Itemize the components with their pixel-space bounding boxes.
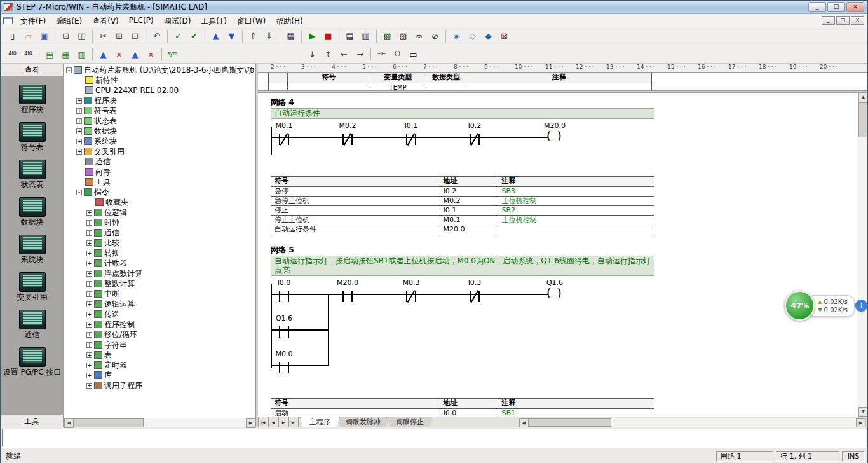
tree-expand-icon[interactable]: + [76, 98, 82, 104]
network-title[interactable]: 网络 4 [258, 97, 858, 108]
program-status-button[interactable]: ▤ [342, 29, 357, 43]
next-bookmark-button[interactable]: ◇ [465, 29, 480, 43]
minimize-button[interactable]: _ [808, 2, 826, 12]
tree-item-instructions[interactable]: -指令 [64, 187, 255, 197]
tree-expand-icon[interactable]: + [86, 251, 92, 256]
insert-box-button[interactable]: ▭ [406, 47, 421, 61]
insert-coil-button[interactable]: ( ) [390, 47, 405, 61]
view-item-data-block[interactable]: 数据块 [2, 197, 63, 226]
ladder-contact-M0.3[interactable]: M0.3 [403, 279, 419, 304]
upload-button[interactable]: ▲ [208, 29, 223, 43]
absolute-address-button[interactable]: 4I0 [5, 47, 20, 61]
clear-bookmark-button[interactable]: ⊠ [497, 29, 512, 43]
insert-contact-button[interactable]: ⊣⊢ [374, 47, 389, 61]
chart-status-button[interactable]: ▥ [358, 29, 373, 43]
glasses-button[interactable]: ∞ [412, 29, 426, 43]
symbol-table-row[interactable]: 停止I0.1SB2 [271, 206, 654, 216]
tree-item-string[interactable]: +字符串 [64, 340, 255, 350]
tree-expand-icon[interactable]: + [76, 149, 82, 155]
network-title[interactable]: 网络 5 [258, 244, 858, 256]
scroll-right-button[interactable]: ▶ [856, 418, 865, 428]
tree-item-system-block[interactable]: +系统块 [64, 136, 255, 146]
print-preview-button[interactable]: ◫ [74, 29, 89, 43]
poi-view-button[interactable]: ▥ [74, 47, 89, 61]
tree-expand-icon[interactable]: + [86, 342, 92, 348]
speed-monitor-overlay[interactable]: 47% ▲ 0.02K/s ▼ 0.02K/s + [785, 291, 867, 321]
scroll-right-button[interactable]: ▶ [246, 418, 255, 428]
bookmark-button[interactable]: ◈ [449, 29, 464, 43]
tree-expand-icon[interactable]: + [76, 128, 82, 134]
tree-expand-icon[interactable]: + [86, 220, 92, 226]
ladder-contact-I0.3[interactable]: I0.3 [466, 279, 483, 304]
tree-item-program-control[interactable]: +程序控制 [64, 319, 255, 329]
scrollbar-track[interactable] [858, 102, 867, 407]
scrollbar-thumb[interactable] [529, 418, 611, 427]
tree-expand-icon[interactable]: + [76, 139, 82, 144]
menu-item-window[interactable]: 窗口(W) [232, 14, 271, 27]
tree-item-communication[interactable]: 通信 [64, 156, 255, 167]
tree-item-logic-operations[interactable]: +逻辑运算 [64, 299, 255, 309]
tree-item-table[interactable]: +表 [64, 350, 255, 360]
tree-expand-icon[interactable]: + [86, 373, 92, 378]
mdi-minimize-button[interactable]: _ [822, 16, 835, 25]
last-tab-button[interactable]: ▶| [288, 417, 299, 427]
tree-item-favorites[interactable]: 收藏夹 [64, 197, 255, 207]
tree-expand-icon[interactable]: - [76, 190, 82, 195]
tree-expand-icon[interactable]: + [86, 322, 92, 328]
symbolic-address-button[interactable]: 4I0 [21, 47, 36, 61]
scrollbar-thumb[interactable] [858, 102, 867, 137]
symbol-table-row[interactable]: 启动I0.0SB1 [271, 409, 654, 417]
scrollbar-track[interactable] [74, 418, 246, 427]
scrollbar-thumb[interactable] [74, 418, 144, 427]
tree-item-clock[interactable]: +时钟 [64, 218, 255, 228]
ladder-contact-M0.2[interactable]: M0.2 [339, 121, 356, 147]
scroll-left-button[interactable]: ◀ [519, 418, 529, 428]
new-button[interactable]: ▯ [5, 29, 20, 43]
view-item-symbol-table[interactable]: 符号表 [2, 122, 63, 151]
tree-expand-icon[interactable]: + [86, 281, 92, 287]
mdi-restore-button[interactable]: □ [836, 16, 850, 25]
menu-item-view[interactable]: 查看(V) [87, 14, 124, 27]
delete-row-button[interactable]: × [112, 47, 126, 61]
tree-collapse-icon[interactable]: - [66, 67, 72, 73]
first-tab-button[interactable]: |◀ [258, 417, 268, 427]
tree-item-float-math[interactable]: +浮点数计算 [64, 268, 255, 279]
tree-item-compare[interactable]: +比较 [64, 238, 255, 248]
local-variable-table[interactable]: 符号变量类型数据类型注释TEMP [268, 73, 652, 90]
next-tab-button[interactable]: ▶ [278, 417, 288, 427]
tree-item-wizard[interactable]: 向导 [64, 167, 255, 177]
network-comment[interactable]: 自动运行指示灯，按启动按钮SB1或者上位机按启动，M0.0为ON，启动系统，Q1… [271, 256, 654, 276]
sort-ascending-button[interactable]: ⇑ [246, 29, 261, 43]
tree-expand-icon[interactable]: + [86, 261, 92, 266]
tab-servo-pulse[interactable]: 伺服发脉冲 [336, 417, 390, 427]
tree-expand-icon[interactable]: + [86, 332, 92, 338]
delete-column-button[interactable]: × [144, 47, 158, 61]
ladder-coil-Q1.6[interactable]: Q1.6( ) [544, 279, 566, 304]
tree-item-convert[interactable]: +转换 [64, 248, 255, 258]
network-comment[interactable]: 自动运行条件 [271, 108, 654, 119]
tree-expand-icon[interactable]: + [86, 291, 92, 297]
view-item-program-block[interactable]: 程序块 [2, 85, 63, 114]
tree-item-comm-instructions[interactable]: +通信 [64, 228, 255, 238]
paste-button[interactable]: ⊡ [128, 29, 142, 43]
tree-item-whats-new[interactable]: 新特性 [64, 75, 255, 85]
tree-expand-icon[interactable]: + [76, 118, 82, 124]
expand-plus-button[interactable]: + [855, 300, 867, 312]
menu-item-plc[interactable]: PLC(P) [124, 14, 159, 27]
insert-row-button[interactable]: ▲ [96, 47, 111, 61]
tree-expand-icon[interactable]: + [86, 312, 92, 317]
maximize-button[interactable]: □ [827, 2, 845, 12]
tab-main-program[interactable]: 主程序 [300, 417, 340, 427]
run-button[interactable]: ▶ [305, 29, 320, 43]
tree-expand-icon[interactable]: + [86, 240, 92, 246]
tree-expand-icon[interactable]: + [86, 210, 92, 216]
menu-item-help[interactable]: 帮助(H) [271, 14, 308, 27]
tree-item-call-subroutine[interactable]: +调用子程序 [64, 380, 255, 390]
ladder-contact-Q1.6[interactable]: Q1.6 [276, 314, 292, 340]
symbol-table-row[interactable]: 停止上位机M0.1上位机控制 [271, 216, 654, 225]
tree-item-timers[interactable]: +定时器 [64, 360, 255, 370]
menu-item-file[interactable]: 文件(F) [15, 14, 51, 27]
stop-button[interactable]: ■ [321, 29, 336, 43]
view-item-status-chart[interactable]: 状态表 [2, 160, 63, 189]
pause-glasses-button[interactable]: ⊘ [428, 29, 442, 43]
